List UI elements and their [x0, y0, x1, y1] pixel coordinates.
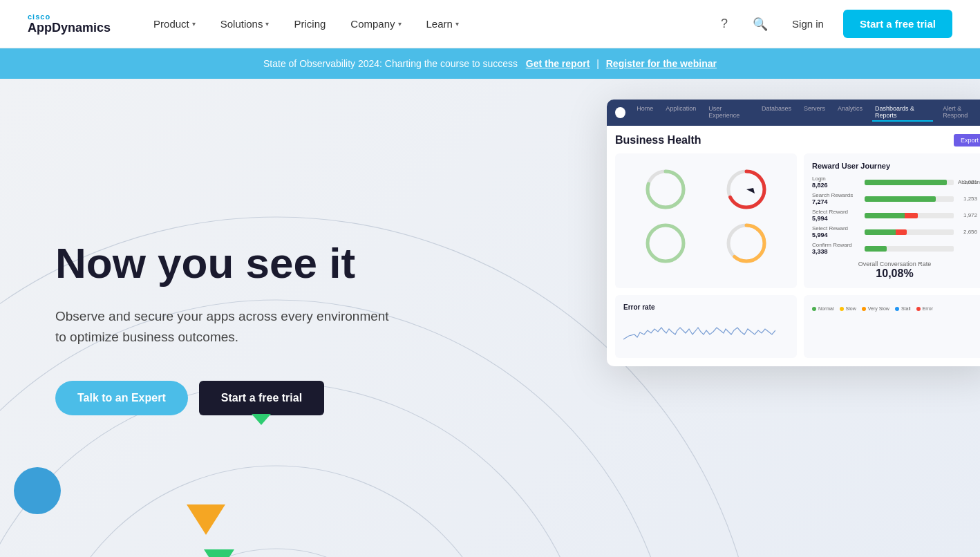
dash-nav-databases[interactable]: Databases	[759, 104, 794, 122]
dash-nav-ux[interactable]: User Experience	[706, 104, 752, 122]
dash-nav-dashboards[interactable]: Dashboards & Reports	[872, 104, 933, 122]
uj-row-1: Login8,826 Abandoners 1,021	[812, 176, 977, 189]
dashboard-preview: Home Application User Experience Databas…	[607, 100, 980, 366]
dash-export-button[interactable]: Export	[954, 134, 980, 147]
legend-panel: Normal Slow Very Slow	[804, 295, 980, 358]
uj-row-2: Search Rewards7,274 1,253	[812, 192, 977, 205]
hero-trial-button[interactable]: Start a free trial	[199, 381, 324, 415]
dash-topbar: Home Application User Experience Databas…	[607, 100, 980, 126]
banner-link-report[interactable]: Get the report	[526, 58, 590, 69]
error-title: Error rate	[623, 303, 789, 311]
dash-nav-servers[interactable]: Servers	[801, 104, 828, 122]
conv-rate-label: Overall Conversation Rate	[812, 261, 977, 267]
circle-3	[643, 221, 688, 267]
error-rate-panel: Error rate	[615, 295, 797, 358]
legend-normal: Normal	[812, 306, 834, 311]
talk-to-expert-button[interactable]: Talk to an Expert	[55, 381, 188, 415]
navbar: cisco AppDynamics Product ▾ Solutions ▾ …	[0, 0, 980, 48]
banner-text: State of Observability 2024: Charting th…	[263, 58, 518, 69]
deco-blue-circle	[14, 467, 61, 514]
legend-very-slow: Very Slow	[862, 306, 889, 311]
nav-right: ? 🔍 Sign in Start a free trial	[712, 10, 952, 38]
dash-nav-application[interactable]: Application	[663, 104, 699, 122]
legend-error: Error	[916, 306, 934, 311]
chevron-down-icon: ▾	[398, 20, 402, 28]
help-icon[interactable]: ?	[712, 12, 737, 37]
legend-stall: Stall	[895, 306, 911, 311]
search-icon[interactable]: 🔍	[748, 12, 773, 37]
hero-heading: Now you see it	[55, 240, 394, 287]
uj-label-1: Login8,826	[812, 176, 860, 189]
nav-pricing[interactable]: Pricing	[284, 12, 335, 35]
hero-buttons: Talk to an Expert Start a free trial	[55, 381, 394, 415]
uj-row-3: Select Reward5,994 1,972	[812, 209, 977, 222]
deco-green-triangle	[204, 549, 234, 557]
svg-marker-9	[746, 188, 755, 193]
dash-title: Business Health	[615, 134, 701, 147]
hero-section: Now you see it Observe and secure your a…	[0, 79, 980, 557]
announcement-banner: State of Observability 2024: Charting th…	[0, 48, 980, 79]
conv-rate-section: Overall Conversation Rate 10,08%	[812, 261, 977, 280]
dash-bottom-panels: Error rate Normal	[615, 295, 980, 358]
dash-nav-alert[interactable]: Alert & Respond	[940, 104, 980, 122]
nav-links: Product ▾ Solutions ▾ Pricing Company ▾ …	[144, 12, 712, 35]
nav-solutions[interactable]: Solutions ▾	[211, 12, 279, 35]
hero-content: Now you see it Observe and secure your a…	[0, 198, 449, 457]
uj-row-4: Select Reward5,994 2,656	[812, 225, 977, 238]
dash-logo-icon	[615, 107, 625, 118]
nav-product[interactable]: Product ▾	[144, 12, 205, 35]
dash-circles-panel	[615, 153, 797, 288]
circle-2	[724, 167, 769, 213]
circle-4	[724, 221, 769, 267]
chevron-down-icon: ▾	[265, 20, 269, 28]
dash-nav: Home Application User Experience Databas…	[634, 104, 980, 122]
nav-learn[interactable]: Learn ▾	[417, 12, 469, 35]
svg-point-10	[648, 225, 684, 261]
legend-slow: Slow	[840, 306, 856, 311]
dash-main-panels: Reward User Journey Login8,826 Abandoner…	[615, 153, 980, 288]
error-chart	[623, 315, 789, 350]
conv-rate-value: 10,08%	[812, 267, 977, 280]
chevron-down-icon: ▾	[192, 20, 196, 28]
dashboard-mock: Home Application User Experience Databas…	[607, 100, 980, 366]
dash-user-journey-panel: Reward User Journey Login8,826 Abandoner…	[804, 153, 980, 288]
dash-nav-home[interactable]: Home	[634, 104, 656, 122]
start-trial-button[interactable]: Start a free trial	[843, 10, 952, 38]
chevron-down-icon: ▾	[455, 20, 459, 28]
svg-point-3	[41, 466, 511, 557]
hero-subtext: Observe and secure your apps across ever…	[55, 306, 394, 348]
dash-body: Business Health Export	[607, 126, 980, 366]
deco-orange-triangle	[187, 504, 225, 535]
circle-1	[643, 167, 688, 213]
uj-row-5: Confirm Reward3,338	[812, 242, 977, 255]
cisco-label: cisco	[28, 12, 111, 21]
banner-link-webinar[interactable]: Register for the webinar	[606, 58, 717, 69]
svg-point-4	[124, 549, 428, 557]
circles-grid	[623, 162, 789, 272]
uj-title: Reward User Journey	[812, 162, 977, 170]
signin-button[interactable]: Sign in	[784, 12, 832, 35]
banner-pipe: |	[596, 58, 599, 69]
dash-header: Business Health Export	[615, 134, 980, 147]
logo[interactable]: cisco AppDynamics	[28, 12, 111, 35]
brand-name: AppDynamics	[28, 21, 111, 35]
nav-company[interactable]: Company ▾	[341, 12, 411, 35]
dash-nav-analytics[interactable]: Analytics	[835, 104, 865, 122]
legend-row: Normal Slow Very Slow	[812, 306, 977, 311]
